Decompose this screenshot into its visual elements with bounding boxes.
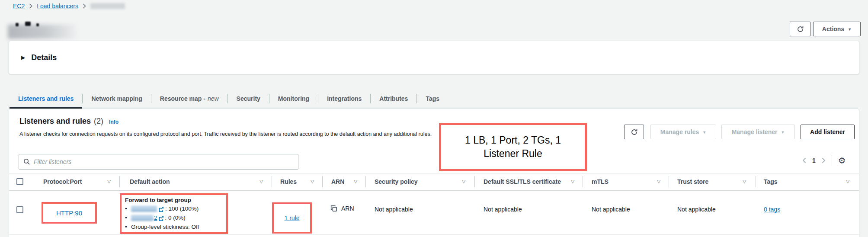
- annotation-box-protocol: HTTP:90: [42, 202, 97, 224]
- copy-icon[interactable]: [330, 205, 337, 212]
- filter-box: [19, 154, 298, 170]
- next-page-icon[interactable]: [822, 157, 826, 163]
- external-link-icon[interactable]: [158, 215, 164, 221]
- chevron-down-icon: ▼: [781, 130, 785, 135]
- column-divider: [119, 176, 120, 187]
- security-policy-value: Not applicable: [375, 206, 413, 213]
- tab-security[interactable]: Security: [228, 89, 269, 108]
- details-expander[interactable]: ▶ Details: [9, 41, 859, 74]
- column-header-security-policy[interactable]: Security policy: [375, 178, 418, 185]
- refresh-button[interactable]: [790, 22, 810, 36]
- target-group-link-redacted[interactable]: [131, 206, 157, 211]
- breadcrumb-link-load-balancers[interactable]: Load balancers: [37, 3, 78, 10]
- column-divider: [756, 176, 756, 187]
- pagination: 1 ⚙: [802, 154, 846, 167]
- refresh-icon: [631, 128, 638, 136]
- actions-button[interactable]: Actions ▼: [813, 22, 861, 36]
- filter-listeners-input[interactable]: [34, 158, 294, 165]
- sort-icon-ssl-certificate[interactable]: ▽: [571, 179, 574, 184]
- tab-network-mapping[interactable]: Network mapping: [83, 89, 151, 108]
- column-divider: [365, 176, 366, 187]
- listener-link[interactable]: HTTP:90: [56, 209, 82, 217]
- sort-icon-rules[interactable]: ▽: [311, 179, 314, 184]
- column-header-tags[interactable]: Tags: [764, 178, 778, 185]
- default-action-title: Forward to target group: [125, 197, 223, 203]
- section-count: (2): [94, 117, 103, 126]
- target-group-link-redacted[interactable]: [131, 215, 154, 221]
- annotation-box-default-action: Forward to target group • : 100 (100%) •…: [120, 193, 228, 234]
- chevron-down-icon: ▼: [848, 27, 852, 32]
- page-title-redacted: [25, 22, 31, 26]
- tab-bar: Listeners and rules Network mapping Reso…: [10, 89, 448, 108]
- page-title-redacted: [36, 23, 39, 26]
- section-description: A listener checks for connection request…: [19, 131, 432, 137]
- sort-icon-tags[interactable]: ▽: [846, 179, 849, 184]
- breadcrumb-separator-icon: [83, 3, 86, 9]
- column-header-protocol-port[interactable]: Protocol:Port: [43, 178, 82, 185]
- tab-resource-map[interactable]: Resource map -new: [151, 89, 227, 108]
- tab-attributes[interactable]: Attributes: [371, 89, 416, 108]
- chevron-down-icon: ▼: [702, 130, 706, 135]
- breadcrumb-link-ec2[interactable]: EC2: [13, 3, 25, 10]
- trust-store-value: Not applicable: [677, 206, 716, 213]
- table-header-border: [9, 190, 859, 191]
- mtls-value: Not applicable: [592, 206, 630, 213]
- column-header-rules[interactable]: Rules: [280, 178, 297, 185]
- section-header: Listeners and rules (2) Info: [19, 117, 119, 126]
- sort-icon-mtls[interactable]: ▽: [657, 179, 660, 184]
- gear-icon[interactable]: ⚙: [838, 156, 846, 165]
- target-group-link-suffix[interactable]: 2: [154, 215, 157, 221]
- tab-tags[interactable]: Tags: [417, 89, 448, 108]
- select-all-checkbox[interactable]: [16, 178, 23, 185]
- tab-monitoring[interactable]: Monitoring: [269, 89, 318, 108]
- manage-listener-button[interactable]: Manage listener ▼: [721, 125, 795, 139]
- ssl-certificate-value: Not applicable: [484, 206, 522, 213]
- column-header-trust-store[interactable]: Trust store: [677, 178, 708, 185]
- previous-page-icon[interactable]: [802, 157, 806, 163]
- table-refresh-button[interactable]: [624, 125, 644, 139]
- column-divider: [669, 176, 669, 187]
- column-divider: [322, 176, 323, 187]
- bullet-icon: •: [125, 205, 131, 212]
- tags-link[interactable]: 0 tags: [764, 206, 780, 213]
- row-bottom-border: [9, 234, 859, 235]
- pagination-divider: [832, 155, 832, 166]
- sort-icon-default-action[interactable]: ▽: [259, 179, 263, 184]
- details-label: Details: [31, 53, 57, 62]
- column-header-arn[interactable]: ARN: [331, 178, 344, 185]
- stickiness-text: Group-level stickiness: Off: [131, 224, 199, 230]
- tab-integrations[interactable]: Integrations: [318, 89, 370, 108]
- column-divider: [583, 176, 583, 187]
- annotation-box-rules: 1 rule: [272, 202, 312, 234]
- target-weight: : 100 (100%): [165, 205, 199, 212]
- page-title-redacted: [16, 23, 19, 26]
- column-divider: [272, 176, 272, 187]
- target-group-line-1: • : 100 (100%): [125, 204, 223, 213]
- section-title: Listeners and rules: [19, 117, 91, 126]
- row-checkbox[interactable]: [16, 206, 23, 213]
- sort-icon-arn[interactable]: ▽: [354, 179, 357, 184]
- target-group-line-2: • 2 : 0 (0%): [125, 213, 223, 222]
- ec2-load-balancer-page: EC2 Load balancers Actions ▼ ▶ Details L…: [0, 0, 868, 237]
- arn-label: ARN: [341, 205, 354, 212]
- arn-cell: ARN: [330, 205, 354, 212]
- sort-icon-trust-store[interactable]: ▽: [743, 179, 746, 184]
- column-header-mtls[interactable]: mTLS: [592, 178, 609, 185]
- column-divider: [474, 176, 475, 187]
- info-link[interactable]: Info: [109, 119, 119, 125]
- rules-link[interactable]: 1 rule: [284, 215, 299, 221]
- add-listener-button[interactable]: Add listener: [801, 125, 855, 139]
- tab-bar-underline: [9, 108, 859, 108]
- external-link-icon[interactable]: [158, 206, 164, 212]
- bullet-icon: •: [125, 224, 131, 230]
- manage-rules-button[interactable]: Manage rules ▼: [650, 125, 716, 139]
- column-header-default-action[interactable]: Default action: [130, 178, 170, 185]
- page-number[interactable]: 1: [812, 157, 816, 164]
- sort-icon-protocol-port[interactable]: ▽: [107, 179, 111, 184]
- stickiness-line: • Group-level stickiness: Off: [125, 222, 223, 231]
- breadcrumb: EC2 Load balancers: [13, 2, 125, 10]
- column-header-ssl-certificate[interactable]: Default SSL/TLS certificate: [484, 178, 561, 185]
- tab-listeners-and-rules[interactable]: Listeners and rules: [10, 89, 82, 108]
- sort-icon-security-policy[interactable]: ▽: [462, 179, 465, 184]
- refresh-icon: [797, 26, 804, 33]
